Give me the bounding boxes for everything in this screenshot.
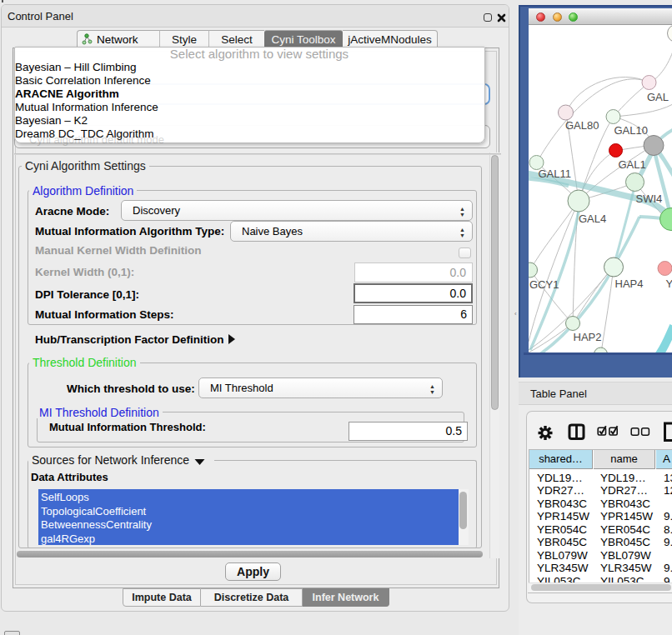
svg-text:GAL: GAL [647, 91, 669, 103]
svg-text:Y: Y [666, 278, 672, 290]
svg-text:GAL10: GAL10 [614, 124, 648, 137]
svg-text:GAL4: GAL4 [579, 212, 606, 225]
svg-text:HAP2: HAP2 [574, 331, 602, 343]
svg-text:GAL1: GAL1 [619, 158, 646, 171]
svg-text:GAL80: GAL80 [565, 119, 599, 132]
svg-text:GCY1: GCY1 [529, 278, 559, 291]
svg-text:SWI4: SWI4 [636, 192, 663, 205]
svg-text:HAP4: HAP4 [615, 278, 644, 290]
svg-text:GAL11: GAL11 [539, 168, 572, 180]
